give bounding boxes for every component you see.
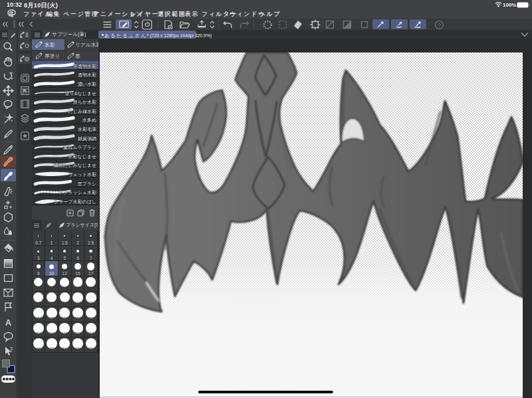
svg-text:A: A bbox=[5, 318, 12, 328]
svg-text:?: ? bbox=[438, 22, 441, 29]
